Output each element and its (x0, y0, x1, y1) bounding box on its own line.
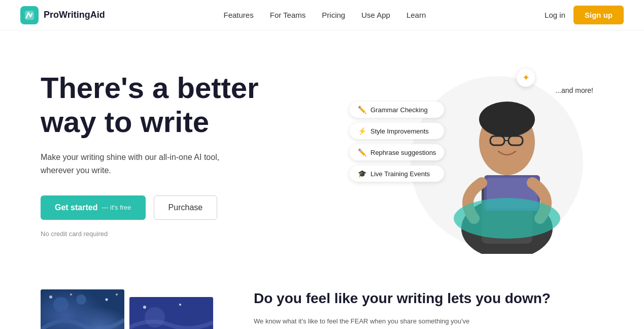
starry-night-svg (41, 289, 124, 329)
purchase-button[interactable]: Purchase (154, 195, 218, 220)
chip-grammar-label: Grammar Checking (370, 106, 428, 114)
get-started-button[interactable]: Get started — it's free (41, 195, 146, 220)
nav-learn[interactable]: Learn (406, 11, 426, 19)
person-svg (438, 76, 575, 254)
chip-rephrase: ✏️ Rephrase suggestions (350, 144, 444, 160)
starry-night-bg (41, 289, 124, 329)
svg-point-10 (454, 198, 560, 239)
chip-training-icon: 🎓 (358, 170, 366, 178)
svg-point-14 (49, 295, 52, 299)
hero-illustration: ✏️ Grammar Checking ⚡ Style Improvements… (350, 61, 603, 254)
nav-features[interactable]: Features (224, 11, 254, 19)
chip-rephrase-label: Rephrase suggestions (370, 149, 436, 156)
chip-style-label: Style Improvements (370, 127, 429, 135)
section2-title: Do you feel like your writing lets you d… (254, 289, 603, 308)
login-button[interactable]: Log in (545, 11, 565, 19)
starry-overlay-svg (129, 297, 213, 329)
hero-section: There's a better way to write Make your … (0, 30, 644, 274)
star-icon: ✦ (522, 72, 530, 83)
section2-description: We know what it's like to feel the FEAR … (254, 316, 477, 329)
no-credit-text: No credit card required (41, 230, 259, 238)
navbar: ProWritingAid Features For Teams Pricing… (0, 0, 644, 30)
svg-point-15 (70, 293, 72, 295)
section2-text: Do you feel like your writing lets you d… (254, 284, 603, 329)
logo[interactable]: ProWritingAid (20, 6, 105, 24)
section2-title-text: Do you feel like your writing lets you d… (254, 290, 551, 306)
badge-star: ✦ (517, 69, 535, 87)
chip-style: ⚡ Style Improvements (350, 123, 444, 139)
headline-line1: There's a better (41, 71, 259, 104)
logo-icon (20, 6, 39, 24)
feature-chips: ✏️ Grammar Checking ⚡ Style Improvements… (350, 102, 444, 182)
hero-headline: There's a better way to write (41, 71, 259, 139)
chip-rephrase-icon: ✏️ (358, 148, 366, 156)
logo-text: ProWritingAid (44, 10, 105, 20)
section2-image: My idea in my head (41, 284, 213, 329)
free-label: — it's free (101, 204, 131, 211)
svg-point-13 (76, 294, 86, 305)
get-started-label: Get started (55, 203, 97, 212)
chip-grammar-icon: ✏️ (358, 106, 366, 114)
hero-content: There's a better way to write Make your … (41, 61, 259, 238)
chip-style-icon: ⚡ (358, 127, 366, 135)
hero-buttons: Get started — it's free Purchase (41, 195, 259, 220)
svg-point-17 (116, 293, 118, 295)
svg-point-21 (179, 304, 181, 306)
nav-for-teams[interactable]: For Teams (270, 11, 306, 19)
nav-pricing[interactable]: Pricing (322, 11, 345, 19)
chip-grammar: ✏️ Grammar Checking (350, 102, 444, 118)
nav-actions: Log in Sign up (545, 6, 624, 24)
nav-links: Features For Teams Pricing Use App Learn (224, 11, 426, 20)
headline-line2: way to write (41, 105, 209, 138)
svg-point-20 (143, 306, 146, 309)
person-illustration (436, 71, 578, 254)
svg-point-12 (53, 297, 69, 312)
hero-subtext: Make your writing shine with our all-in-… (41, 151, 233, 177)
signup-button[interactable]: Sign up (573, 6, 624, 24)
more-label: ...and more! (555, 86, 593, 94)
starry-night-overlay (129, 297, 213, 329)
svg-rect-11 (41, 289, 124, 329)
section2: My idea in my head Do you feel like your… (0, 274, 644, 329)
svg-point-16 (106, 299, 108, 301)
chip-training: 🎓 Live Training Events (350, 166, 444, 182)
svg-point-4 (479, 102, 535, 137)
nav-use-app[interactable]: Use App (361, 11, 390, 19)
chip-training-label: Live Training Events (370, 170, 430, 178)
